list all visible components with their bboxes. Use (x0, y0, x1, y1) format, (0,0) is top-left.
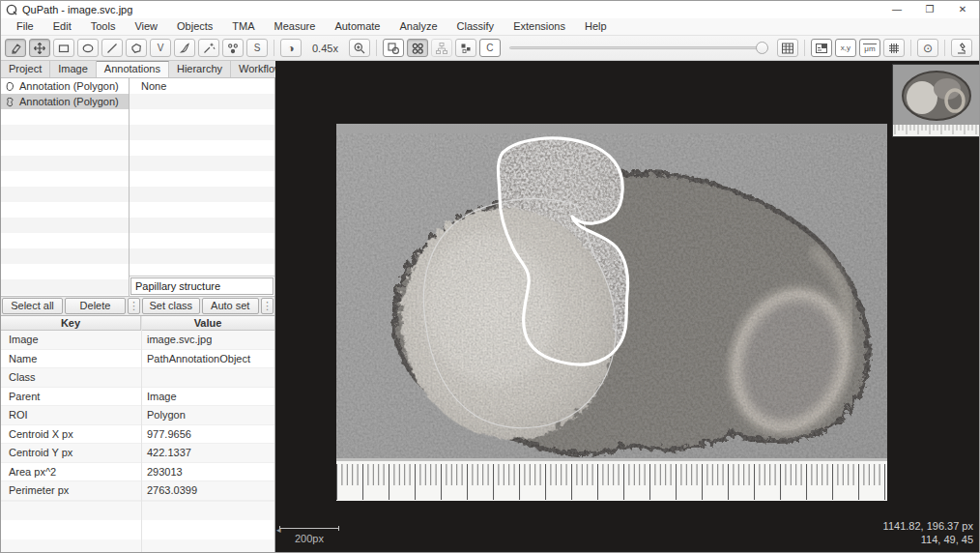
menu-objects[interactable]: Objects (167, 18, 222, 35)
table-row[interactable]: Class (1, 368, 274, 388)
menu-analyze[interactable]: Analyze (389, 18, 447, 35)
tab-annotations[interactable]: Annotations (97, 61, 169, 77)
menu-measure[interactable]: Measure (265, 18, 326, 35)
wand-tool-button[interactable] (198, 39, 219, 57)
toolbar: V S ◑ 0.45x C x,y μm ⊙ (1, 36, 979, 61)
polygon-icon (130, 42, 143, 55)
menu-classify[interactable]: Classify (447, 18, 504, 35)
show-location-toggle[interactable]: x,y (835, 39, 856, 57)
panel-collapse-arrow[interactable]: ◂ (276, 525, 281, 535)
more-options-right-button[interactable]: ⋮ (261, 298, 274, 314)
minimize-button[interactable]: — (880, 1, 913, 18)
polygon-tool-button[interactable] (126, 39, 147, 57)
show-overview-toggle[interactable] (811, 39, 832, 57)
annotation-list-item-selected[interactable]: Annotation (Polygon) (1, 94, 129, 109)
show-grid-toggle[interactable] (883, 39, 905, 57)
window-title: QuPath - image.svc.jpg (22, 4, 880, 15)
pen-icon (9, 42, 22, 55)
auto-set-button[interactable]: Auto set (202, 298, 260, 314)
table-column-divider (141, 316, 142, 552)
select-all-button[interactable]: Select all (2, 298, 63, 314)
close-button[interactable]: ✕ (946, 1, 979, 18)
tab-project[interactable]: Project (1, 61, 50, 77)
table-row[interactable]: NamePathAnnotationObject (1, 350, 274, 369)
show-detections-toggle[interactable] (455, 39, 476, 57)
table-row[interactable]: Area px^2293013 (1, 463, 274, 482)
tab-image[interactable]: Image (50, 61, 97, 77)
annotation-list-item[interactable]: Annotation (Polygon) (1, 78, 129, 94)
table-row[interactable]: Centroid Y px422.1337 (1, 444, 274, 463)
polyline-tool-button[interactable]: V (150, 39, 171, 57)
brush-icon (178, 42, 191, 55)
menu-automate[interactable]: Automate (325, 18, 389, 35)
table-row[interactable]: Perimeter px2763.0399 (1, 481, 274, 501)
measurement-table-button[interactable] (777, 39, 798, 57)
set-class-button[interactable]: Set class (142, 298, 200, 314)
restore-button[interactable]: ❐ (913, 1, 946, 18)
location-xy-icon: x,y (841, 44, 850, 52)
toolbar-separator (910, 40, 911, 56)
table-empty-rows (1, 501, 274, 553)
menu-tma[interactable]: TMA (222, 18, 264, 35)
menu-view[interactable]: View (125, 18, 167, 35)
delete-button[interactable]: Delete (65, 298, 126, 314)
header-value: Value (141, 316, 274, 330)
image-viewer[interactable]: 200px 1141.82, 196.37 px 114, 49, 45 ◂ (275, 61, 979, 552)
measurements-table: Key Value Imageimage.svc.jpg NamePathAnn… (1, 316, 274, 552)
show-tma-grid-toggle[interactable] (407, 39, 428, 57)
menu-bar: File Edit Tools View Objects TMA Measure… (1, 18, 979, 36)
more-options-left-button[interactable]: ⋮ (128, 298, 140, 314)
line-icon (105, 42, 119, 55)
points-icon (226, 42, 240, 55)
move-icon (33, 42, 46, 55)
class-list-item-none[interactable]: None (130, 78, 274, 94)
scalebar-label: 200px (279, 533, 339, 544)
table-row[interactable]: ParentImage (1, 388, 274, 407)
rectangle-tool-button[interactable] (53, 39, 74, 57)
toolbar-separator (274, 40, 274, 56)
counting-tool-button[interactable]: ⊙ (917, 39, 938, 57)
table-row[interactable]: ROIPolygon (1, 406, 274, 425)
brush-tool-button[interactable] (174, 39, 195, 57)
pixel-value: 114, 49, 45 (883, 533, 973, 546)
specimen-image[interactable] (336, 124, 887, 501)
class-panel: None (130, 78, 274, 296)
table-row[interactable]: Imageimage.svc.jpg (1, 331, 274, 350)
wand-icon (202, 42, 216, 55)
classification-icon: C (486, 43, 493, 53)
cursor-location-readout: 1141.82, 196.37 px 114, 49, 45 (883, 519, 973, 546)
ellipse-tool-button[interactable] (77, 39, 99, 57)
imagej-microscope-icon (955, 42, 968, 55)
show-classification-toggle[interactable]: C (479, 39, 501, 57)
scalebar-ruler-icon: μm (863, 44, 876, 53)
points-tool-button[interactable] (222, 39, 244, 57)
show-scalebar-toggle[interactable]: μm (859, 39, 880, 57)
table-row[interactable]: Centroid X px977.9656 (1, 425, 274, 445)
magnification-label[interactable]: 0.45x (304, 43, 346, 54)
pen-tool-button[interactable] (5, 39, 26, 57)
menu-tools[interactable]: Tools (81, 18, 126, 35)
menu-file[interactable]: File (7, 18, 43, 35)
show-annotations-toggle[interactable] (383, 39, 404, 57)
viewer-scalebar: 200px (279, 528, 355, 544)
menu-extensions[interactable]: Extensions (504, 18, 575, 35)
move-tool-button[interactable] (29, 39, 50, 57)
grid-icon (887, 42, 901, 55)
overview-thumbnail[interactable] (893, 65, 979, 136)
annotation-label: Annotation (Polygon) (19, 80, 119, 92)
menu-help[interactable]: Help (575, 18, 617, 35)
selection-mode-button[interactable]: S (246, 39, 268, 57)
selection-mode-icon: S (254, 43, 261, 53)
line-tool-button[interactable] (101, 39, 123, 57)
class-name-input[interactable] (130, 277, 274, 295)
detections-icon (459, 42, 473, 55)
send-to-imagej-button[interactable] (951, 39, 972, 57)
tab-hierarchy[interactable]: Hierarchy (169, 61, 231, 77)
class-list: None (130, 78, 274, 276)
show-hierarchy-toggle[interactable] (431, 39, 452, 57)
opacity-slider[interactable] (509, 39, 768, 57)
zoom-to-fit-button[interactable] (349, 39, 370, 57)
menu-edit[interactable]: Edit (43, 18, 81, 35)
opacity-slider-handle[interactable] (756, 42, 768, 54)
brightness-contrast-button[interactable]: ◑ (280, 39, 302, 57)
